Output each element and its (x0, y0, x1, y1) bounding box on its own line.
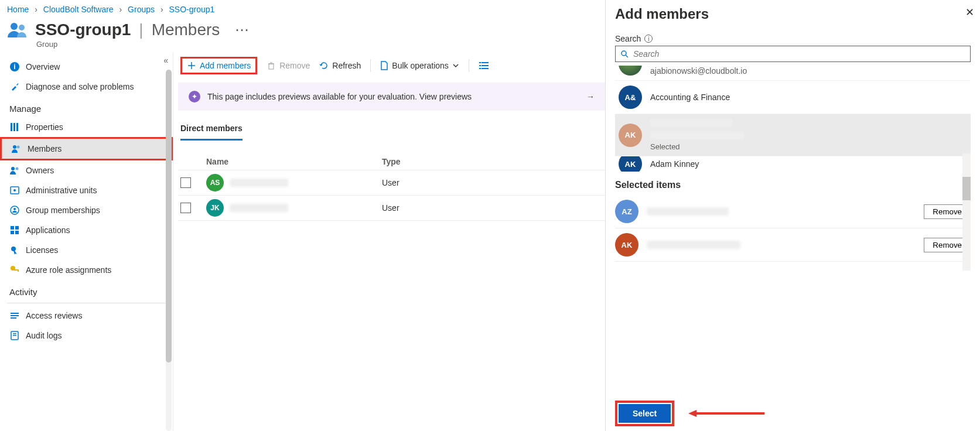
svg-rect-17 (11, 231, 14, 234)
search-box[interactable] (615, 46, 971, 62)
add-members-button[interactable]: Add members (180, 57, 257, 74)
svg-text:i: i (13, 63, 15, 71)
plus-icon (187, 61, 196, 70)
result-item-selected[interactable]: AK Selected (615, 114, 971, 156)
breadcrumb-org[interactable]: CloudBolt Software (43, 5, 114, 14)
avatar: A& (619, 85, 642, 109)
properties-icon (9, 122, 20, 132)
avatar: AK (615, 233, 638, 256)
group-memberships-icon (9, 205, 20, 216)
sidebar-item-admin-units[interactable]: Administrative units (0, 180, 173, 200)
member-type: User (382, 203, 603, 213)
sidebar-item-licenses[interactable]: Licenses (0, 240, 173, 260)
row-checkbox[interactable] (180, 177, 191, 188)
svg-rect-28 (13, 335, 16, 336)
sidebar-item-access-reviews[interactable]: Access reviews (0, 306, 173, 326)
result-email-redacted (650, 131, 744, 139)
sidebar-item-applications[interactable]: Applications (0, 220, 173, 240)
svg-rect-23 (11, 313, 19, 314)
sidebar-item-label: Overview (26, 62, 60, 71)
page-subtitle: Members (152, 20, 220, 39)
svg-rect-4 (11, 123, 12, 131)
selected-item: AK Remove (615, 228, 971, 262)
sidebar-item-label: Access reviews (26, 311, 82, 320)
result-item[interactable]: ajabionowski@cloudbolt.io (615, 66, 971, 81)
sidebar-scrollbar[interactable] (166, 70, 172, 431)
result-email: ajabionowski@cloudbolt.io (650, 66, 747, 76)
group-icon (7, 19, 29, 41)
result-label: Accounting & Finance (650, 93, 730, 102)
svg-rect-15 (11, 226, 14, 230)
svg-point-12 (13, 189, 16, 191)
selected-name-redacted (647, 241, 740, 249)
svg-rect-35 (482, 68, 489, 69)
close-panel-button[interactable]: ✕ (965, 6, 974, 19)
search-icon (620, 50, 629, 58)
result-item[interactable]: AK Adam Kinney (615, 156, 971, 172)
refresh-button[interactable]: Refresh (319, 61, 361, 70)
svg-rect-18 (15, 231, 19, 234)
col-header-type[interactable]: Type (382, 157, 603, 166)
columns-button[interactable] (479, 61, 489, 70)
wrench-icon (9, 81, 20, 92)
result-item[interactable]: A& Accounting & Finance (615, 81, 971, 114)
main-pane: Add members Remove Refresh Bulk operatio… (173, 52, 605, 431)
sidebar-item-group-memberships[interactable]: Group memberships (0, 200, 173, 220)
svg-rect-32 (479, 65, 481, 66)
refresh-icon (319, 61, 329, 70)
sidebar-item-label: Licenses (26, 245, 58, 255)
info-icon[interactable]: i (644, 35, 653, 43)
audit-logs-icon (9, 330, 20, 341)
select-button[interactable]: Select (619, 404, 671, 423)
bulk-operations-button[interactable]: Bulk operations (380, 61, 459, 70)
table-row[interactable]: AS User (178, 170, 605, 196)
sidebar-item-overview[interactable]: i Overview (0, 57, 173, 77)
sidebar-item-label: Azure role assignments (26, 265, 111, 275)
sidebar-item-members[interactable]: Members (0, 137, 173, 160)
svg-point-10 (16, 167, 19, 170)
svg-rect-22 (18, 269, 19, 272)
preview-banner[interactable]: ✦ This page includes previews available … (178, 83, 605, 111)
sidebar-item-properties[interactable]: Properties (0, 117, 173, 137)
svg-rect-33 (482, 65, 489, 66)
breadcrumb-home[interactable]: Home (7, 5, 29, 14)
sidebar-item-audit-logs[interactable]: Audit logs (0, 326, 173, 346)
object-type-label: Group (0, 40, 605, 49)
sidebar-item-label: Owners (26, 166, 54, 175)
breadcrumb-current[interactable]: SSO-group1 (169, 5, 214, 14)
search-results: ajabionowski@cloudbolt.io A& Accounting … (615, 66, 971, 172)
add-members-panel: ✕ Add members Search i ajabionowski@clou… (605, 0, 980, 431)
svg-rect-27 (13, 333, 16, 334)
col-header-name[interactable]: Name (206, 157, 382, 166)
svg-point-9 (11, 167, 15, 170)
results-scrollbar[interactable] (962, 153, 971, 271)
svg-point-8 (17, 146, 20, 149)
licenses-icon (9, 245, 20, 255)
sidebar-section-activity: Activity (0, 280, 173, 300)
applications-icon (9, 225, 20, 235)
chevron-down-icon (452, 62, 459, 69)
arrow-right-icon: → (586, 92, 595, 101)
sidebar-item-azure-roles[interactable]: Azure role assignments (0, 260, 173, 280)
tab-direct-members[interactable]: Direct members (180, 120, 243, 141)
sidebar-item-label: Applications (26, 225, 70, 235)
search-input[interactable] (632, 49, 965, 59)
sidebar-item-owners[interactable]: Owners (0, 160, 173, 180)
breadcrumb: Home › CloudBolt Software › Groups › SSO… (0, 0, 605, 16)
collapse-sidebar-button[interactable]: « (163, 56, 168, 65)
sidebar-item-diagnose[interactable]: Diagnose and solve problems (0, 77, 173, 97)
more-button[interactable]: ⋯ (235, 23, 249, 37)
row-checkbox[interactable] (180, 203, 191, 213)
svg-rect-5 (13, 123, 15, 131)
sidebar-item-label: Group memberships (26, 206, 100, 215)
result-label: Adam Kinney (650, 159, 699, 169)
trash-icon (267, 61, 276, 70)
info-icon: i (9, 61, 20, 72)
svg-rect-30 (479, 62, 481, 63)
table-row[interactable]: JK User (178, 196, 605, 221)
breadcrumb-groups[interactable]: Groups (128, 5, 155, 14)
svg-rect-6 (16, 123, 18, 131)
panel-title: Add members (615, 6, 971, 22)
columns-icon (479, 61, 489, 70)
avatar: AS (206, 174, 224, 191)
